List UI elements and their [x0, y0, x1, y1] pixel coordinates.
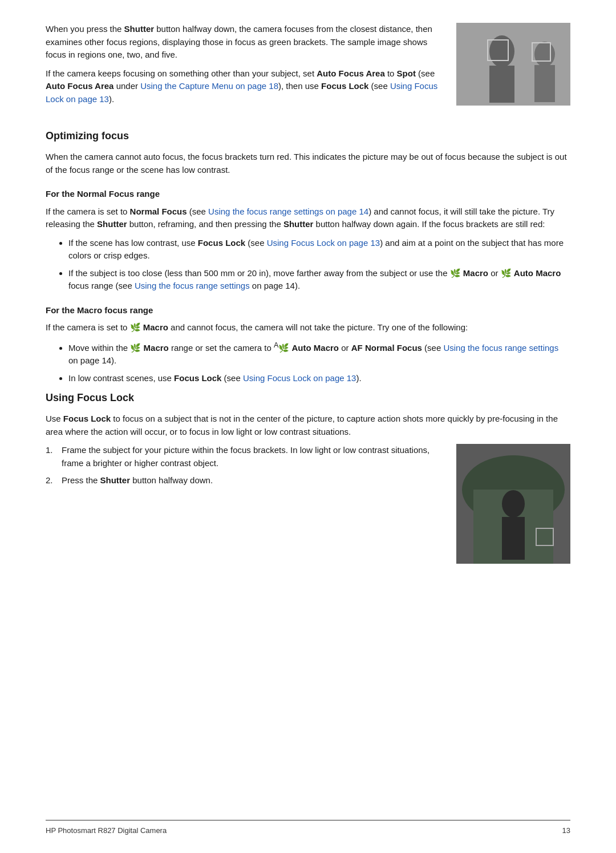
bottom-image	[456, 444, 570, 564]
footer: HP Photosmart R827 Digital Camera 13	[46, 820, 570, 836]
optimizing-heading: Optimizing focus	[46, 128, 570, 144]
macro-focus-para: If the camera is set to 🌿 Macro and cann…	[46, 321, 570, 334]
macro-bullet-1: Move within the 🌿 Macro range or set the…	[68, 340, 570, 367]
using-focus-lock-intro: Use Focus Lock to focus on a subject tha…	[46, 413, 570, 438]
top-text: When you press the Shutter button halfwa…	[46, 23, 439, 111]
bottom-photo-svg	[456, 444, 570, 564]
svg-rect-11	[502, 517, 525, 560]
normal-bullet-2: If the subject is too close (less than 5…	[68, 267, 570, 293]
normal-bullet-list: If the scene has low contrast, use Focus…	[68, 237, 570, 293]
optimizing-intro: When the camera cannot auto focus, the f…	[46, 151, 570, 176]
using-focus-lock-heading: Using Focus Lock	[46, 390, 570, 406]
top-para1: When you press the Shutter button halfwa…	[46, 23, 439, 62]
footer-right: 13	[562, 825, 570, 836]
macro-bullet-2: In low contrast scenes, use Focus Lock (…	[68, 372, 570, 385]
link-capture-menu[interactable]: Using the Capture Menu on page 18	[140, 81, 278, 91]
svg-rect-4	[534, 65, 555, 102]
normal-focus-para: If the camera is set to Normal Focus (se…	[46, 205, 570, 231]
page: When you press the Shutter button halfwa…	[0, 0, 616, 853]
normal-bullet-1: If the scene has low contrast, use Focus…	[68, 237, 570, 262]
bottom-section: 1. Frame the subject for your picture wi…	[46, 444, 570, 564]
link-focus-range-normal[interactable]: Using the focus range settings on page 1…	[208, 207, 368, 216]
link-focus-lock-macro-bullet2[interactable]: Using Focus Lock on page 13	[243, 373, 356, 383]
svg-point-3	[534, 42, 555, 67]
top-photo-svg	[456, 23, 570, 106]
top-section: When you press the Shutter button halfwa…	[46, 23, 570, 111]
normal-focus-heading: For the Normal Focus range	[46, 188, 570, 201]
bottom-text: 1. Frame the subject for your picture wi…	[46, 444, 439, 564]
macro-focus-heading: For the Macro focus range	[46, 304, 570, 317]
top-image	[456, 23, 570, 106]
focus-lock-steps: 1. Frame the subject for your picture wi…	[46, 444, 439, 487]
svg-rect-2	[489, 66, 514, 103]
step-2: 2. Press the Shutter button halfway down…	[46, 474, 439, 487]
step-1: 1. Frame the subject for your picture wi…	[46, 444, 439, 470]
footer-left: HP Photosmart R827 Digital Camera	[46, 825, 167, 836]
link-focus-range-bullet2[interactable]: Using the focus range settings	[135, 281, 250, 290]
macro-bullet-list: Move within the 🌿 Macro range or set the…	[68, 340, 570, 385]
link-focus-lock-bullet1[interactable]: Using Focus Lock on page 13	[267, 238, 380, 248]
top-para2: If the camera keeps focusing on somethin…	[46, 67, 439, 106]
svg-point-10	[502, 490, 525, 518]
link-focus-range-macro-bullet1[interactable]: Using the focus range settings	[443, 343, 558, 353]
